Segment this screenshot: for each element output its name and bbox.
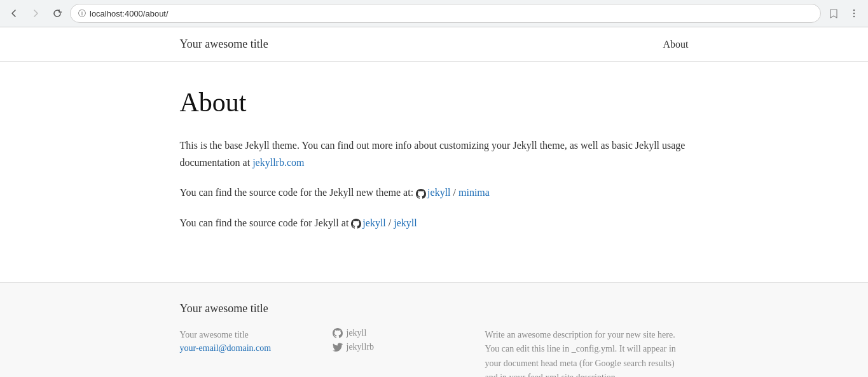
github-icon-1 — [416, 189, 426, 199]
footer-twitter-row: jekyllrb — [333, 342, 460, 352]
footer-description: Write an awesome description for your ne… — [485, 328, 689, 377]
menu-button[interactable] — [845, 4, 863, 22]
minima-link[interactable]: minima — [458, 187, 490, 198]
footer-github-icon — [333, 328, 343, 338]
footer-site-name: Your awesome title — [180, 328, 307, 342]
page-heading: About — [180, 87, 689, 118]
svg-point-0 — [853, 10, 855, 11]
footer-heading: Your awesome title — [180, 302, 689, 315]
footer-github-row: jekyll — [333, 328, 460, 338]
footer-col-1: Your awesome title your-email@domain.com — [180, 328, 307, 377]
separator-2: / — [386, 217, 394, 228]
svg-point-2 — [853, 16, 855, 17]
jekyllrb-link[interactable]: jekyllrb.com — [252, 157, 304, 168]
footer-github-link[interactable]: jekyll — [347, 328, 367, 338]
paragraph-2-prefix: You can find the source code for the Jek… — [180, 187, 417, 198]
page-body: This is the base Jekyll theme. You can f… — [180, 137, 689, 231]
site-footer: Your awesome title Your awesome title yo… — [0, 282, 868, 377]
url-input[interactable] — [90, 9, 813, 18]
browser-toolbar: ⓘ — [0, 0, 868, 27]
site-header: Your awesome title About — [0, 27, 868, 62]
site-title[interactable]: Your awesome title — [180, 38, 268, 51]
lock-icon: ⓘ — [78, 8, 86, 19]
footer-email-link[interactable]: your-email@domain.com — [180, 343, 272, 353]
jekyll-link-2[interactable]: jekyll — [362, 217, 385, 228]
footer-columns: Your awesome title your-email@domain.com… — [180, 328, 689, 377]
github-icon-2 — [351, 219, 361, 229]
separator-1: / — [451, 187, 458, 198]
footer-col-3: Write an awesome description for your ne… — [485, 328, 689, 377]
footer-twitter-link[interactable]: jekyllrb — [347, 342, 375, 352]
jekyll-link-1[interactable]: jekyll — [427, 187, 450, 198]
nav-about-link[interactable]: About — [663, 39, 689, 50]
paragraph-3-prefix: You can find the source code for Jekyll … — [180, 217, 352, 228]
browser-chrome: ⓘ — [0, 0, 868, 27]
svg-point-1 — [853, 13, 855, 14]
browser-actions — [825, 4, 863, 22]
reload-button[interactable] — [48, 4, 66, 22]
paragraph-3: You can find the source code for Jekyll … — [180, 214, 689, 231]
page-content: About This is the base Jekyll theme. You… — [161, 62, 708, 282]
bookmark-button[interactable] — [825, 4, 843, 22]
footer-col-2: jekyll jekyllrb — [333, 328, 460, 377]
back-button[interactable] — [5, 4, 23, 22]
jekyll-link-3[interactable]: jekyll — [394, 217, 417, 228]
forward-button[interactable] — [27, 4, 45, 22]
paragraph-2: You can find the source code for the Jek… — [180, 184, 689, 201]
address-bar[interactable]: ⓘ — [70, 4, 821, 23]
paragraph-1: This is the base Jekyll theme. You can f… — [180, 137, 689, 171]
footer-twitter-icon — [333, 342, 343, 352]
site-nav: About — [663, 39, 689, 50]
